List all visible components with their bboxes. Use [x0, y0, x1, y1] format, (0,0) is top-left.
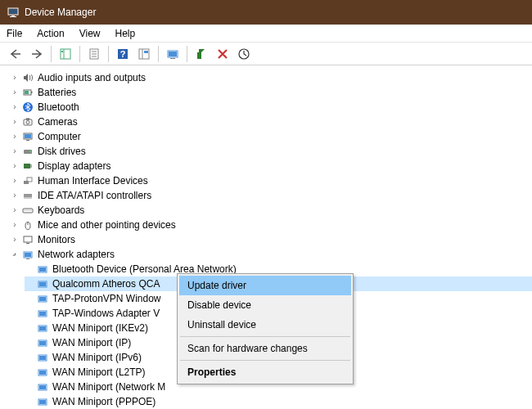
svg-point-47 — [29, 210, 30, 211]
expand-icon[interactable]: › — [10, 102, 20, 112]
display-adapter-icon — [21, 160, 34, 173]
svg-rect-30 — [26, 140, 29, 141]
tree-item-display[interactable]: › Display adapters — [10, 159, 532, 173]
svg-rect-65 — [39, 326, 46, 330]
toolbar: ? — [0, 43, 532, 65]
disable-device-button[interactable] — [235, 45, 253, 63]
tree-item-mice[interactable]: › Mice and other pointing devices — [10, 218, 532, 232]
svg-rect-15 — [144, 51, 148, 53]
expand-icon[interactable]: › — [10, 161, 20, 171]
tree-item-label: Audio inputs and outputs — [38, 72, 146, 83]
svg-rect-71 — [39, 371, 46, 375]
titlebar: Device Manager — [0, 0, 532, 25]
update-driver-button[interactable] — [164, 45, 182, 63]
speaker-icon — [21, 71, 34, 84]
expand-icon[interactable]: › — [10, 191, 20, 200]
tree-item-audio[interactable]: › Audio inputs and outputs — [10, 70, 532, 85]
menu-view[interactable]: View — [79, 28, 101, 39]
tree-item-label: Monitors — [38, 234, 75, 245]
help-button[interactable]: ? — [114, 45, 132, 63]
expand-icon[interactable]: › — [10, 220, 20, 230]
network-adapter-icon — [36, 263, 49, 276]
expand-icon[interactable]: › — [10, 88, 20, 97]
network-adapter-icon — [36, 380, 49, 393]
monitor-icon — [21, 233, 34, 246]
tree-item-disk[interactable]: › Disk drives — [10, 144, 532, 159]
device-tree[interactable]: › Audio inputs and outputs › Batteries ›… — [0, 65, 532, 409]
forward-button[interactable] — [28, 45, 46, 63]
tree-item-cameras[interactable]: › Cameras — [10, 115, 532, 129]
tree-item-monitors[interactable]: › Monitors — [10, 232, 532, 247]
tree-item-bluetooth[interactable]: › Bluetooth — [10, 100, 532, 115]
expand-icon[interactable]: › — [10, 73, 20, 83]
toolbar-separator — [108, 46, 109, 62]
svg-point-46 — [28, 210, 29, 211]
ctx-disable-device[interactable]: Disable device — [179, 295, 351, 315]
svg-rect-37 — [24, 194, 32, 197]
tree-item-computer[interactable]: › Computer — [10, 129, 532, 144]
expand-icon[interactable]: › — [10, 205, 20, 215]
expand-icon[interactable]: › — [10, 235, 20, 245]
collapse-icon[interactable]: › — [8, 248, 22, 262]
svg-point-32 — [29, 151, 31, 153]
tree-item-network-wan-pppoe[interactable]: WAN Miniport (PPPOE) — [25, 394, 532, 409]
enable-device-button[interactable] — [192, 45, 210, 63]
svg-rect-54 — [25, 253, 31, 257]
svg-rect-73 — [39, 385, 46, 389]
menubar: File Action View Help — [0, 25, 532, 43]
expand-icon[interactable]: › — [10, 176, 20, 186]
network-adapter-icon — [36, 351, 49, 364]
svg-rect-69 — [39, 356, 46, 360]
ctx-separator — [180, 336, 350, 337]
svg-rect-17 — [169, 52, 177, 56]
ctx-update-driver[interactable]: Update driver — [179, 276, 351, 295]
tree-item-label: Keyboards — [38, 204, 84, 216]
ctx-uninstall-device[interactable]: Uninstall device — [179, 315, 351, 335]
tree-item-label: Bluetooth — [38, 101, 79, 113]
expand-icon[interactable]: › — [10, 146, 20, 156]
svg-point-45 — [26, 210, 27, 211]
tree-item-label: Display adapters — [38, 160, 110, 172]
menu-help[interactable]: Help — [115, 28, 136, 39]
tree-item-label: Network adapters — [38, 249, 115, 260]
tree-item-label: Human Interface Devices — [38, 175, 148, 187]
svg-rect-19 — [197, 52, 201, 59]
scan-button[interactable] — [135, 45, 153, 63]
tree-item-keyboards[interactable]: › Keyboards — [10, 203, 532, 218]
svg-rect-52 — [26, 243, 29, 244]
tree-item-batteries[interactable]: › Batteries — [10, 85, 532, 100]
ctx-properties[interactable]: Properties — [179, 362, 351, 382]
svg-rect-13 — [139, 49, 149, 59]
menu-action[interactable]: Action — [37, 28, 64, 39]
svg-rect-61 — [39, 297, 46, 301]
tree-item-network[interactable]: › Network adapters — [10, 247, 532, 262]
show-hide-tree-button[interactable] — [56, 45, 74, 63]
svg-rect-22 — [31, 92, 33, 93]
tree-item-label: Mice and other pointing devices — [38, 219, 176, 231]
uninstall-device-button[interactable] — [214, 45, 232, 63]
network-adapter-icon — [36, 292, 49, 305]
expand-icon[interactable]: › — [10, 117, 20, 127]
properties-button[interactable] — [85, 45, 103, 63]
svg-rect-55 — [26, 258, 29, 259]
expand-icon[interactable]: › — [10, 132, 20, 142]
back-button[interactable] — [7, 45, 25, 63]
tree-item-hid[interactable]: › Human Interface Devices — [10, 173, 532, 188]
toolbar-separator — [79, 46, 80, 62]
toolbar-separator — [51, 46, 52, 62]
tree-item-label: WAN Miniport (IPv6) — [52, 352, 142, 363]
svg-rect-3 — [10, 16, 16, 17]
camera-icon — [21, 115, 34, 128]
mouse-icon — [21, 218, 34, 231]
menu-file[interactable]: File — [7, 28, 22, 39]
svg-rect-75 — [39, 400, 46, 404]
tree-item-label: Batteries — [38, 87, 76, 98]
svg-point-26 — [26, 121, 29, 124]
ctx-scan-hardware[interactable]: Scan for hardware changes — [179, 339, 351, 358]
svg-rect-2 — [11, 16, 15, 16]
computer-icon — [21, 130, 34, 143]
tree-item-ide[interactable]: › IDE ATA/ATAPI controllers — [10, 188, 532, 203]
network-adapter-icon — [36, 366, 49, 379]
network-adapter-icon — [36, 321, 49, 335]
svg-rect-59 — [39, 282, 46, 286]
